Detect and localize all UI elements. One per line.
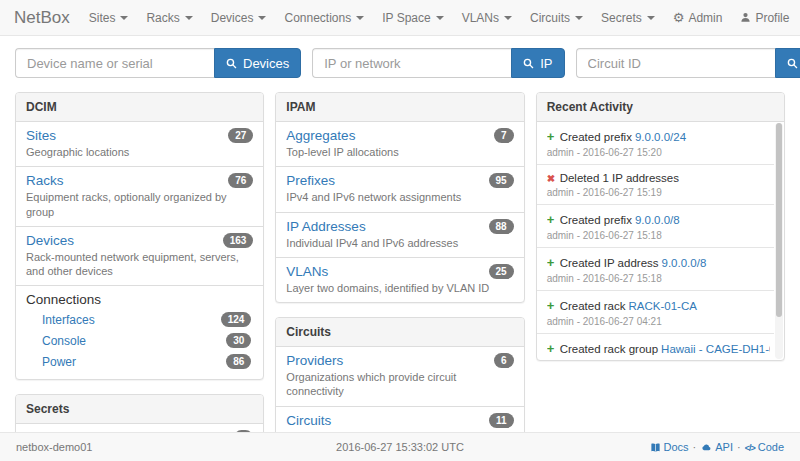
activity-target-link[interactable]: 9.0.0.0/24 xyxy=(635,131,686,143)
code-label: Code xyxy=(758,441,784,453)
device-search-button-label: Devices xyxy=(243,56,289,71)
nav-racks-label: Racks xyxy=(146,11,179,25)
nav-connections-label: Connections xyxy=(284,11,351,25)
sites-desc: Geographic locations xyxy=(26,145,253,159)
recent-activity-panel: Recent Activity Created prefix9.0.0.0/24… xyxy=(536,92,785,361)
nav-devices[interactable]: Devices xyxy=(202,0,276,36)
devices-link[interactable]: Devices xyxy=(26,233,74,248)
ip-search-input[interactable] xyxy=(312,48,511,78)
plus-icon xyxy=(547,298,560,313)
interfaces-count-badge: 124 xyxy=(221,312,252,327)
admin-label: Admin xyxy=(688,11,722,25)
circuits-panel-title: Circuits xyxy=(276,318,523,347)
circuit-search-button[interactable]: Circuits xyxy=(775,48,800,78)
device-search-input[interactable] xyxy=(15,48,214,78)
search-icon xyxy=(787,58,798,69)
ip-search-button[interactable]: IP xyxy=(511,48,564,78)
activity-action: Created IP address xyxy=(560,257,659,269)
dcim-item-racks: Racks76 Equipment racks, optionally orga… xyxy=(16,166,263,226)
activity-target-link[interactable]: 9.0.0.0/8 xyxy=(662,257,707,269)
search-icon xyxy=(226,58,237,69)
console-link[interactable]: Console xyxy=(42,334,86,348)
chevron-down-icon xyxy=(436,16,444,20)
docs-link[interactable]: Docs xyxy=(650,441,689,453)
code-link[interactable]: Code xyxy=(745,441,784,453)
user-icon xyxy=(740,12,751,23)
chevron-down-icon xyxy=(185,16,193,20)
sites-link[interactable]: Sites xyxy=(26,128,56,143)
chevron-down-icon xyxy=(647,16,655,20)
nav-sites[interactable]: Sites xyxy=(80,0,138,36)
activity-action: Deleted 1 IP addresses xyxy=(560,172,679,184)
column-dcim: DCIM Sites27 Geographic locations Racks7… xyxy=(15,92,264,461)
nav-connections[interactable]: Connections xyxy=(275,0,373,36)
prefixes-link[interactable]: Prefixes xyxy=(286,173,335,188)
racks-link[interactable]: Racks xyxy=(26,173,64,188)
activity-row: Created prefix9.0.0.0/8 admin - 2016-06-… xyxy=(537,204,774,247)
console-count-badge: 30 xyxy=(226,333,251,348)
nav-secrets[interactable]: Secrets xyxy=(592,0,664,36)
ipam-item-prefixes: Prefixes95 IPv4 and IPv6 network assignm… xyxy=(276,166,523,211)
activity-meta: admin - 2016-06-27 04:21 xyxy=(547,359,770,360)
ipam-item-aggregates: Aggregates7 Top-level IP allocations xyxy=(276,122,523,166)
providers-desc: Organizations which provide circuit conn… xyxy=(286,370,513,399)
activity-target-link[interactable]: Hawaii - CAGE-DH1-01 xyxy=(661,343,770,355)
profile-link[interactable]: Profile xyxy=(731,0,798,36)
plus-icon xyxy=(547,212,560,227)
activity-meta: admin - 2016-06-27 04:21 xyxy=(547,316,770,327)
device-search-button[interactable]: Devices xyxy=(214,48,301,78)
ipam-item-vlans: VLANs25 Layer two domains, identified by… xyxy=(276,257,523,302)
search-icon xyxy=(523,58,534,69)
activity-row: Created rackRACK-01-CA admin - 2016-06-2… xyxy=(537,290,774,333)
nav-secrets-label: Secrets xyxy=(601,11,642,25)
circuits-count-badge: 11 xyxy=(489,413,514,428)
book-icon xyxy=(650,442,661,453)
activity-target-link[interactable]: RACK-01-CA xyxy=(629,300,697,312)
vlans-link[interactable]: VLANs xyxy=(286,264,328,279)
devices-count-badge: 163 xyxy=(223,233,254,248)
ip-addresses-desc: Individual IPv4 and IPv6 addresses xyxy=(286,236,513,250)
dcim-item-sites: Sites27 Geographic locations xyxy=(16,122,263,166)
plus-icon xyxy=(547,255,560,270)
vlans-desc: Layer two domains, identified by VLAN ID xyxy=(286,281,513,295)
cloud-icon xyxy=(700,442,712,453)
aggregates-count-badge: 7 xyxy=(494,128,514,143)
connections-label: Connections xyxy=(26,292,253,307)
activity-row: Created prefix9.0.0.0/24 admin - 2016-06… xyxy=(537,122,774,164)
power-link[interactable]: Power xyxy=(42,355,76,369)
nav-racks[interactable]: Racks xyxy=(137,0,201,36)
prefixes-count-badge: 95 xyxy=(489,173,514,188)
nav-sites-label: Sites xyxy=(89,11,116,25)
devices-desc: Rack-mounted network equipment, servers,… xyxy=(26,250,253,279)
main-content: DCIM Sites27 Geographic locations Racks7… xyxy=(0,92,800,461)
interfaces-link[interactable]: Interfaces xyxy=(42,313,95,327)
activity-row: Deleted 1 IP addresses admin - 2016-06-2… xyxy=(537,164,774,204)
api-link[interactable]: API xyxy=(700,441,733,453)
nav-circuits[interactable]: Circuits xyxy=(521,0,592,36)
recent-activity-list: Created prefix9.0.0.0/24 admin - 2016-06… xyxy=(537,122,784,360)
admin-link[interactable]: Admin xyxy=(664,0,732,36)
ip-addresses-count-badge: 88 xyxy=(489,219,514,234)
nav-devices-label: Devices xyxy=(211,11,254,25)
aggregates-link[interactable]: Aggregates xyxy=(286,128,355,143)
delete-icon xyxy=(547,172,560,184)
app-brand[interactable]: NetBox xyxy=(14,8,70,28)
footer: netbox-demo01 2016-06-27 15:33:02 UTC Do… xyxy=(0,432,800,461)
ipam-panel-title: IPAM xyxy=(276,93,523,122)
circuits-link[interactable]: Circuits xyxy=(286,413,331,428)
aggregates-desc: Top-level IP allocations xyxy=(286,145,513,159)
chevron-down-icon xyxy=(258,16,266,20)
circuit-search-input[interactable] xyxy=(576,48,775,78)
nav-ip-space[interactable]: IP Space xyxy=(373,0,452,36)
activity-action: Created rack group xyxy=(560,343,658,355)
nav-vlans[interactable]: VLANs xyxy=(453,0,521,36)
column-ipam: IPAM Aggregates7 Top-level IP allocation… xyxy=(275,92,524,461)
plus-icon xyxy=(547,129,560,144)
activity-target-link[interactable]: 9.0.0.0/8 xyxy=(635,214,680,226)
providers-link[interactable]: Providers xyxy=(286,353,343,368)
ip-addresses-link[interactable]: IP Addresses xyxy=(286,219,365,234)
gear-icon xyxy=(673,10,685,25)
scrollbar-thumb[interactable] xyxy=(776,123,782,317)
connections-power-row: Power86 xyxy=(26,351,253,372)
navbar: NetBox Sites Racks Devices Connections I… xyxy=(0,0,800,36)
